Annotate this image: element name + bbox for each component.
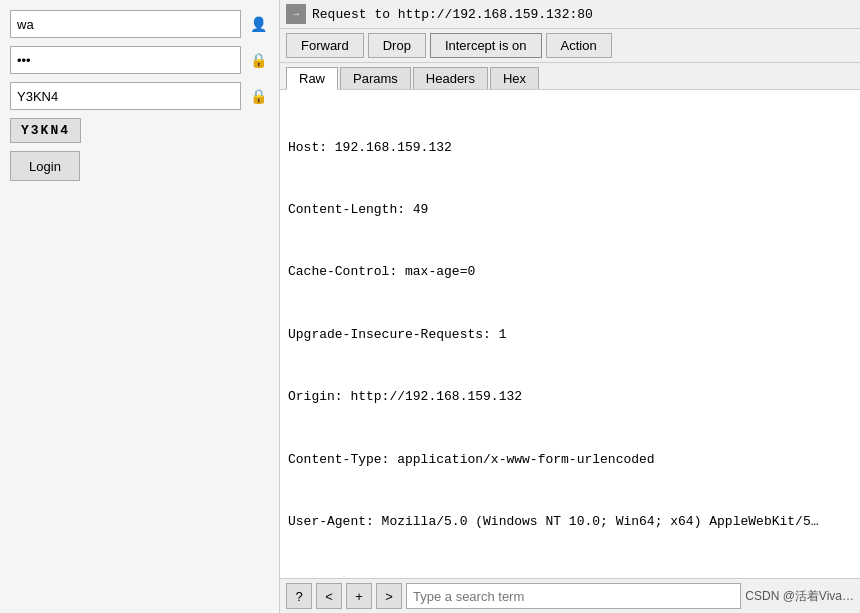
captcha-display-row: Y3KN4	[10, 118, 269, 143]
help-button[interactable]: ?	[286, 583, 312, 609]
tab-headers[interactable]: Headers	[413, 67, 488, 89]
login-button[interactable]: Login	[10, 151, 80, 181]
password-row: 🔒	[10, 46, 269, 74]
drop-button[interactable]: Drop	[368, 33, 426, 58]
left-panel: 👤 🔒 🔒 Y3KN4 Login	[0, 0, 280, 613]
header-content-length: Content-Length: 49	[288, 200, 852, 221]
tab-hex[interactable]: Hex	[490, 67, 539, 89]
captcha-lock-icon: 🔒	[247, 85, 269, 107]
header-origin: Origin: http://192.168.159.132	[288, 387, 852, 408]
tab-raw[interactable]: Raw	[286, 67, 338, 90]
captcha-display: Y3KN4	[10, 118, 81, 143]
username-input[interactable]	[10, 10, 241, 38]
captcha-input-row: 🔒	[10, 82, 269, 110]
header-cache-control: Cache-Control: max-age=0	[288, 262, 852, 283]
prev-button[interactable]: <	[316, 583, 342, 609]
tabs-bar: Raw Params Headers Hex	[280, 63, 860, 90]
username-row: 👤	[10, 10, 269, 38]
header-host: Host: 192.168.159.132	[288, 138, 852, 159]
action-bar: Forward Drop Intercept is on Action	[280, 29, 860, 63]
right-panel: → Request to http://192.168.159.132:80 F…	[280, 0, 860, 613]
add-button[interactable]: +	[346, 583, 372, 609]
lock-icon: 🔒	[247, 49, 269, 71]
header-content-type: Content-Type: application/x-www-form-url…	[288, 450, 852, 471]
bottom-bar: ? < + > CSDN @活着Viva…	[280, 578, 860, 613]
request-icon: →	[286, 4, 306, 24]
header-upgrade: Upgrade-Insecure-Requests: 1	[288, 325, 852, 346]
next-button[interactable]: >	[376, 583, 402, 609]
forward-button[interactable]: Forward	[286, 33, 364, 58]
action-button[interactable]: Action	[546, 33, 612, 58]
request-url: Request to http://192.168.159.132:80	[312, 7, 854, 22]
captcha-input[interactable]	[10, 82, 241, 110]
request-bar: → Request to http://192.168.159.132:80	[280, 0, 860, 29]
password-input[interactable]	[10, 46, 241, 74]
user-icon: 👤	[247, 13, 269, 35]
header-user-agent: User-Agent: Mozilla/5.0 (Windows NT 10.0…	[288, 512, 852, 533]
content-area[interactable]: Host: 192.168.159.132 Content-Length: 49…	[280, 90, 860, 578]
tab-params[interactable]: Params	[340, 67, 411, 89]
search-input[interactable]	[406, 583, 741, 609]
bottom-right-text: CSDN @活着Viva…	[745, 588, 854, 605]
intercept-button[interactable]: Intercept is on	[430, 33, 542, 58]
